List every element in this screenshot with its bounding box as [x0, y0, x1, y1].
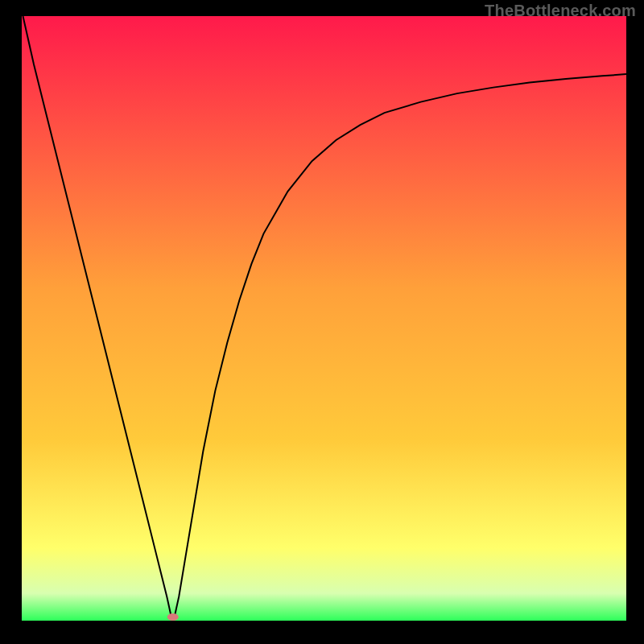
- gradient-background: [22, 16, 626, 621]
- watermark-text: TheBottleneck.com: [485, 2, 636, 20]
- min-point-marker: [167, 613, 179, 621]
- chart-frame: TheBottleneck.com: [0, 0, 644, 644]
- plot-area: [22, 16, 626, 621]
- chart-svg: [22, 16, 626, 621]
